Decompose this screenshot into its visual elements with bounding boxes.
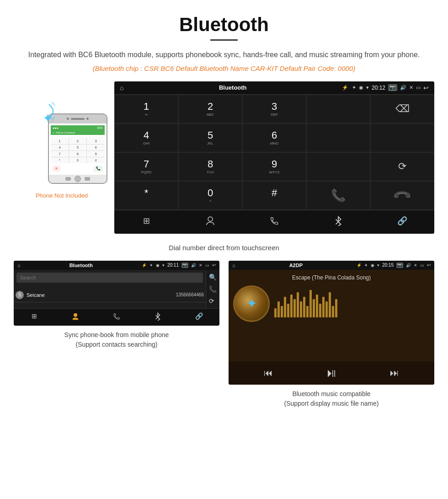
wave-bar xyxy=(290,295,293,317)
dial-key-star[interactable]: * xyxy=(114,181,178,210)
pb-nav-contact[interactable] xyxy=(55,309,96,326)
wave-bar xyxy=(281,306,283,317)
wave-bar xyxy=(329,292,331,317)
dial-key-call-red[interactable]: 📞 xyxy=(370,181,434,210)
nav-link[interactable]: 🔗 xyxy=(370,210,434,234)
phonebook-screen: ⌂ Bluetooth ⚡ ✦ ◉ ▾ 20:11 📷 🔊 ✕ ▭ ↩ Sear… xyxy=(14,261,219,326)
device-key-0[interactable]: 0 xyxy=(69,157,87,163)
device-key-star[interactable]: * xyxy=(51,157,69,163)
device-key-9[interactable]: 9 xyxy=(87,151,105,157)
reload-action-icon[interactable]: ⟳ xyxy=(209,297,217,305)
nav-bluetooth[interactable] xyxy=(306,210,370,234)
close-icon[interactable]: ✕ xyxy=(409,85,413,91)
pb-nav-link[interactable]: 🔗 xyxy=(178,309,219,326)
nav-contact[interactable] xyxy=(178,210,242,234)
device-key-3[interactable]: 3 xyxy=(87,138,105,144)
phonebook-block: ⌂ Bluetooth ⚡ ✦ ◉ ▾ 20:11 📷 🔊 ✕ ▭ ↩ Sear… xyxy=(14,261,219,408)
device-key-8[interactable]: 8 xyxy=(69,151,87,157)
music-status-bar: ⌂ A2DP ⚡ ✦ ◉ ▾ 20:15 📷 🔊 ✕ ▭ ↩ xyxy=(229,261,434,270)
dialer-bottom-nav: ⊞ 🔗 xyxy=(114,210,434,234)
dial-key-5[interactable]: 5 JKL xyxy=(178,123,242,152)
device-menu-btn[interactable] xyxy=(85,177,90,181)
dial-key-empty-2 xyxy=(306,123,370,152)
pb-home-icon[interactable]: ⌂ xyxy=(17,263,21,268)
device-home-btn[interactable] xyxy=(75,176,81,182)
dial-key-call-green[interactable]: 📞 xyxy=(306,181,370,210)
dialer-grid: 1 ∞ 2 ABC 3 DEF ⌫ 4 GHI xyxy=(114,94,434,210)
search-action-icon[interactable]: 🔍 xyxy=(209,274,217,281)
camera-status-icon: 📷 xyxy=(388,84,397,91)
prev-track-button[interactable]: ⏮ xyxy=(264,368,273,378)
screen-icon[interactable]: ▭ xyxy=(416,85,421,91)
sub-8: TUV xyxy=(183,170,237,174)
mu-home-icon[interactable]: ⌂ xyxy=(232,263,235,268)
pb-volume-icon[interactable]: 🔊 xyxy=(191,263,196,268)
device-key-6[interactable]: 6 xyxy=(87,145,105,150)
device-key-hash[interactable]: # xyxy=(87,157,105,163)
contact-name: Seicane xyxy=(27,292,176,298)
device-back-btn[interactable] xyxy=(65,177,71,181)
dial-key-backspace[interactable]: ⌫ xyxy=(370,95,434,123)
pb-camera-icon: 📷 xyxy=(181,263,188,268)
wave-bar xyxy=(284,297,286,317)
device-sensor-dot xyxy=(86,118,89,120)
pb-nav-bt[interactable] xyxy=(137,309,178,326)
dial-key-1[interactable]: 1 ∞ xyxy=(114,95,178,123)
dial-key-3[interactable]: 3 DEF xyxy=(242,95,306,123)
mu-location-icon: ◉ xyxy=(371,263,374,268)
device-camera-dot xyxy=(67,118,69,120)
pb-back-icon[interactable]: ↩ xyxy=(212,263,216,268)
device-key-4[interactable]: 4 xyxy=(51,145,69,150)
volume-icon[interactable]: 🔊 xyxy=(400,85,406,91)
digit-hash: # xyxy=(247,188,301,198)
pb-usb-icon: ⚡ xyxy=(142,263,147,268)
page-header: Bluetooth Integrated with BC6 Bluetooth … xyxy=(0,0,448,77)
device-key-2[interactable]: 2 xyxy=(69,138,87,144)
dial-key-2[interactable]: 2 ABC xyxy=(178,95,242,123)
device-speaker xyxy=(71,118,85,120)
contact-number: 13566664466 xyxy=(176,292,204,297)
home-icon[interactable]: ⌂ xyxy=(120,84,123,91)
back-icon[interactable]: ↩ xyxy=(423,84,429,91)
svg-point-1 xyxy=(208,217,213,221)
call-action-icon[interactable]: 📞 xyxy=(209,285,217,293)
dial-key-reload[interactable]: ⟳ xyxy=(370,152,434,181)
next-track-button[interactable]: ⏭ xyxy=(390,368,399,378)
phone-mockup-wrapper: ✦ ●●● MVI + xyxy=(25,95,98,184)
wave-bar xyxy=(319,304,321,317)
backspace-icon: ⌫ xyxy=(395,103,410,115)
pb-nav-phone[interactable] xyxy=(96,309,137,326)
nav-phone[interactable] xyxy=(242,210,306,234)
digit-4: 4 xyxy=(119,130,173,140)
pb-close-icon[interactable]: ✕ xyxy=(199,263,203,268)
device-key-7[interactable]: 7 xyxy=(51,151,69,157)
play-pause-button[interactable]: ⏯ xyxy=(325,366,337,380)
device-key-5[interactable]: 5 xyxy=(69,145,87,150)
music-caption: Bluetooth music compatible(Support displ… xyxy=(229,389,434,408)
dial-key-7[interactable]: 7 PQRS xyxy=(114,152,178,181)
pb-screen-icon[interactable]: ▭ xyxy=(205,263,209,268)
dial-key-empty-3 xyxy=(370,123,434,152)
contact-row[interactable]: S Seicane 13566664466 xyxy=(14,288,206,302)
pb-nav-grid[interactable]: ⊞ xyxy=(14,309,55,326)
device-call[interactable]: 📞 xyxy=(94,166,103,172)
pb-location-icon: ◉ xyxy=(156,263,160,268)
dial-key-6[interactable]: 6 MNO xyxy=(242,123,306,152)
dial-key-8[interactable]: 8 TUV xyxy=(178,152,242,181)
sub-1: ∞ xyxy=(119,113,173,117)
device-end-call[interactable]: ✕ xyxy=(53,166,60,172)
nav-grid[interactable]: ⊞ xyxy=(114,210,178,234)
dial-key-9[interactable]: 9 WXYZ xyxy=(242,152,306,181)
search-bar[interactable]: Search xyxy=(16,273,203,283)
dial-key-4[interactable]: 4 GHI xyxy=(114,123,178,152)
mu-volume-icon[interactable]: 🔊 xyxy=(406,263,411,268)
bt-status-icon: ✦ xyxy=(352,85,356,91)
dial-key-hash[interactable]: # xyxy=(242,181,306,210)
mu-screen-icon[interactable]: ▭ xyxy=(420,263,424,268)
mu-close-icon[interactable]: ✕ xyxy=(414,263,417,268)
device-key-1[interactable]: 1 xyxy=(51,138,69,144)
sub-6: MNO xyxy=(247,141,301,145)
dial-key-0[interactable]: 0 + xyxy=(178,181,242,210)
sub-3: DEF xyxy=(247,113,301,117)
mu-back-icon[interactable]: ↩ xyxy=(427,263,431,268)
